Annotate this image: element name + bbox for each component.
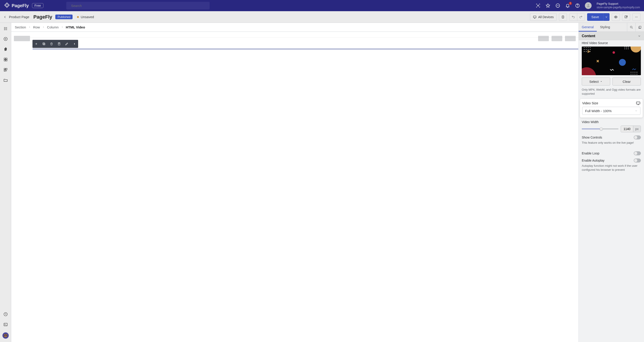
- bell-icon[interactable]: 1: [565, 3, 570, 8]
- svg-rect-160: [639, 26, 641, 28]
- html-video-element[interactable]: [32, 49, 578, 49]
- svg-point-19: [615, 16, 616, 17]
- top-nav: PageFly Free 1 PageFly Support store-sam…: [0, 0, 644, 11]
- svg-point-185: [632, 74, 633, 74]
- enable-autoplay-label: Enable Autoplay: [582, 159, 604, 162]
- video-width-label: Video Width: [582, 120, 641, 124]
- inspector-tabs: General Styling: [578, 23, 644, 32]
- avatar[interactable]: [585, 2, 592, 9]
- undo-button[interactable]: [570, 13, 577, 20]
- clear-label: Clear: [623, 80, 631, 83]
- settings-button[interactable]: [559, 13, 567, 21]
- chevron-right-icon: [28, 25, 31, 29]
- help-icon[interactable]: [575, 3, 580, 8]
- external-button[interactable]: [622, 13, 630, 21]
- editor-canvas[interactable]: [11, 32, 578, 342]
- svg-rect-43: [4, 323, 7, 326]
- collapse-button[interactable]: [70, 40, 78, 48]
- chat-icon[interactable]: [555, 3, 560, 8]
- outline-icon[interactable]: [3, 26, 8, 31]
- svg-point-163: [586, 47, 586, 48]
- svg-point-9: [559, 5, 559, 6]
- integrations-icon[interactable]: [3, 67, 8, 72]
- content-section-header[interactable]: Content: [578, 32, 644, 40]
- svg-point-26: [4, 29, 5, 30]
- crumb-row[interactable]: Row: [33, 25, 40, 29]
- video-size-value: Full Width - 100%: [585, 109, 612, 113]
- save-dropdown[interactable]: [603, 13, 610, 21]
- brand-name: PageFly: [12, 3, 29, 8]
- clear-source-button[interactable]: Clear: [612, 77, 641, 85]
- brand-mark-icon: [4, 2, 10, 9]
- video-size-card: Video Size Full Width - 100%: [580, 99, 643, 117]
- svg-rect-36: [6, 60, 7, 61]
- redo-button[interactable]: [577, 13, 585, 20]
- tab-general[interactable]: General: [578, 23, 597, 31]
- video-width-input[interactable]: [621, 126, 633, 132]
- history-icon[interactable]: [3, 312, 8, 317]
- caret-down-icon: [600, 80, 602, 83]
- search-input[interactable]: [71, 4, 207, 7]
- save-block-button[interactable]: [55, 40, 63, 48]
- svg-rect-13: [534, 16, 536, 18]
- crumb-column[interactable]: Column: [47, 25, 59, 29]
- plan-badge[interactable]: Free: [32, 3, 44, 8]
- sections-icon[interactable]: [3, 57, 8, 62]
- save-group: Save: [587, 13, 610, 21]
- video-size-select[interactable]: Full Width - 100%: [582, 107, 640, 115]
- delete-button[interactable]: [48, 40, 55, 48]
- header-placeholder: [14, 36, 576, 41]
- duplicate-button[interactable]: [40, 40, 48, 48]
- star-icon[interactable]: [546, 3, 550, 8]
- devices-button[interactable]: All Devices: [530, 13, 557, 21]
- show-controls-toggle[interactable]: [634, 135, 641, 139]
- video-width-slider[interactable]: [582, 128, 618, 129]
- add-element-icon[interactable]: [3, 36, 8, 42]
- console-icon[interactable]: [3, 322, 8, 327]
- edit-button[interactable]: [63, 40, 70, 48]
- svg-rect-14: [562, 16, 564, 18]
- more-button[interactable]: [632, 13, 640, 21]
- svg-point-22: [636, 17, 636, 17]
- assistant-avatar[interactable]: 🐻: [2, 332, 9, 339]
- shopify-icon[interactable]: [3, 46, 8, 52]
- svg-point-189: [613, 51, 615, 54]
- video-size-label: Video Size: [582, 101, 598, 105]
- back-button[interactable]: Product Page: [4, 15, 29, 19]
- add-button[interactable]: [32, 40, 40, 48]
- element-toolbar: [32, 40, 78, 48]
- svg-point-178: [626, 48, 627, 49]
- svg-point-179: [628, 48, 628, 49]
- enable-autoplay-toggle[interactable]: [634, 158, 641, 162]
- select-source-button[interactable]: Select: [582, 77, 610, 85]
- video-thumbnail[interactable]: [582, 46, 641, 75]
- folder-icon[interactable]: [3, 77, 8, 83]
- desktop-icon[interactable]: [636, 101, 640, 105]
- save-button[interactable]: Save: [587, 13, 603, 21]
- svg-line-159: [632, 28, 632, 28]
- svg-rect-46: [43, 43, 45, 45]
- svg-point-165: [590, 47, 590, 48]
- search-inspector-icon[interactable]: [627, 23, 636, 31]
- tab-styling[interactable]: Styling: [597, 23, 613, 31]
- copy-style-icon[interactable]: [636, 23, 644, 31]
- svg-rect-48: [58, 43, 60, 45]
- format-help-text: Only MP4, WebM, and Ogg video formats ar…: [578, 88, 644, 99]
- enable-loop-toggle[interactable]: [634, 151, 641, 155]
- unsaved-dot-icon: [77, 16, 79, 18]
- svg-point-171: [586, 51, 586, 52]
- save-label: Save: [592, 15, 599, 19]
- breadcrumb: Section Row Column HTML Video: [11, 23, 578, 32]
- chevron-down-icon: [638, 34, 641, 38]
- preview-button[interactable]: [612, 13, 620, 21]
- svg-point-177: [624, 48, 625, 49]
- scan-icon[interactable]: [536, 3, 540, 8]
- svg-point-166: [584, 49, 584, 50]
- play-icon[interactable]: [308, 49, 320, 49]
- svg-point-176: [628, 47, 628, 47]
- crumb-section[interactable]: Section: [15, 25, 26, 29]
- global-search[interactable]: [66, 2, 210, 9]
- svg-point-12: [588, 4, 589, 5]
- svg-point-162: [584, 47, 584, 48]
- svg-point-168: [588, 49, 588, 50]
